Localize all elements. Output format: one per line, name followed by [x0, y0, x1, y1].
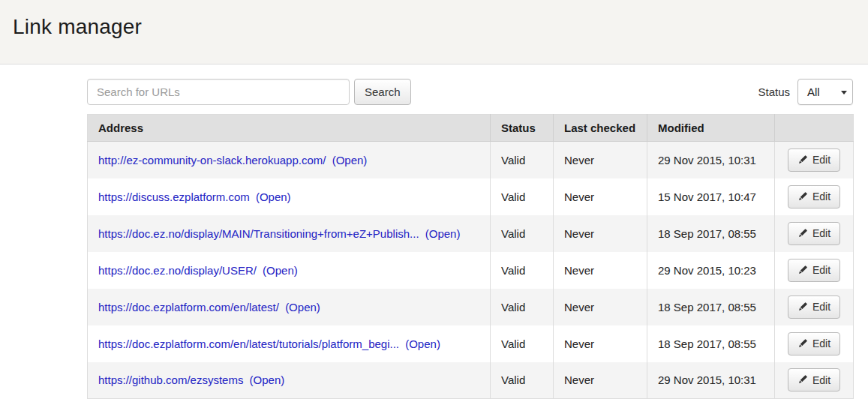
table-row: https://doc.ezplatform.com/en/latest/ (O…	[88, 289, 854, 326]
search-group: Search	[87, 79, 411, 105]
modified-cell: 29 Nov 2015, 10:31	[647, 142, 775, 178]
status-cell: Valid	[491, 142, 554, 178]
header-address: Address	[88, 115, 491, 142]
last-checked-cell: Never	[554, 215, 647, 252]
edit-cell: Edit	[775, 252, 854, 289]
url-link[interactable]: https://doc.ezplatform.com/en/latest/	[98, 301, 279, 314]
last-checked-cell: Never	[554, 326, 647, 362]
address-cell: http://ez-community-on-slack.herokuapp.c…	[88, 142, 491, 178]
edit-cell: Edit	[775, 142, 854, 178]
toolbar: Search Status All	[87, 79, 853, 105]
edit-cell: Edit	[775, 362, 854, 399]
last-checked-cell: Never	[554, 289, 647, 326]
modified-cell: 29 Nov 2015, 10:31	[647, 362, 775, 399]
open-link[interactable]: (Open)	[250, 374, 285, 386]
status-select-value: All	[807, 86, 820, 98]
url-link[interactable]: https://github.com/ezsystems	[98, 374, 243, 386]
url-link[interactable]: https://doc.ez.no/display/MAIN/Transitio…	[98, 227, 419, 240]
status-cell: Valid	[491, 289, 554, 326]
address-cell: https://doc.ezplatform.com/en/latest/tut…	[88, 326, 491, 362]
pencil-icon	[797, 266, 807, 275]
status-filter-label: Status	[758, 86, 790, 98]
edit-cell: Edit	[775, 289, 854, 326]
open-link[interactable]: (Open)	[263, 264, 298, 277]
header-last-checked: Last checked	[554, 115, 647, 142]
status-cell: Valid	[491, 252, 554, 289]
pencil-icon	[797, 375, 807, 385]
modified-cell: 18 Sep 2017, 08:55	[647, 215, 775, 252]
pencil-icon	[797, 155, 807, 165]
url-link[interactable]: http://ez-community-on-slack.herokuapp.c…	[98, 154, 326, 166]
modified-cell: 18 Sep 2017, 08:55	[647, 326, 775, 362]
modified-cell: 29 Nov 2015, 10:23	[647, 252, 775, 289]
edit-button-label: Edit	[812, 301, 830, 313]
edit-button[interactable]: Edit	[788, 259, 840, 282]
address-cell: https://github.com/ezsystems (Open)	[88, 362, 491, 399]
main-content: Search Status All Address Status Last ch…	[87, 79, 853, 399]
last-checked-cell: Never	[554, 142, 647, 178]
header-modified: Modified	[647, 115, 775, 142]
url-link[interactable]: https://doc.ezplatform.com/en/latest/tut…	[98, 338, 399, 350]
status-select[interactable]: All	[797, 79, 853, 105]
edit-button-label: Edit	[812, 338, 830, 350]
table-row: https://github.com/ezsystems (Open) Vali…	[88, 362, 854, 399]
header-status: Status	[491, 115, 554, 142]
status-cell: Valid	[491, 326, 554, 362]
status-cell: Valid	[491, 362, 554, 399]
open-link[interactable]: (Open)	[332, 154, 368, 166]
edit-button-label: Edit	[812, 190, 830, 202]
url-link[interactable]: https://discuss.ezplatform.com	[98, 190, 250, 203]
status-cell: Valid	[491, 215, 554, 252]
page-title: Link manager	[0, 0, 868, 39]
status-cell: Valid	[491, 178, 554, 215]
table-row: https://discuss.ezplatform.com (Open) Va…	[88, 178, 854, 215]
open-link[interactable]: (Open)	[256, 190, 291, 203]
edit-button[interactable]: Edit	[788, 148, 840, 172]
last-checked-cell: Never	[554, 178, 647, 215]
edit-cell: Edit	[775, 178, 854, 215]
page-header-band: Link manager	[0, 0, 868, 64]
table-row: https://doc.ez.no/display/USER/ (Open) V…	[88, 252, 854, 289]
edit-button-label: Edit	[812, 227, 830, 239]
url-table-body: http://ez-community-on-slack.herokuapp.c…	[88, 142, 854, 399]
open-link[interactable]: (Open)	[285, 301, 320, 314]
edit-button[interactable]: Edit	[788, 185, 840, 208]
last-checked-cell: Never	[554, 252, 647, 289]
status-filter-group: Status All	[758, 79, 853, 105]
edit-button[interactable]: Edit	[788, 368, 840, 392]
edit-cell: Edit	[775, 326, 854, 362]
table-row: https://doc.ez.no/display/MAIN/Transitio…	[88, 215, 854, 252]
address-cell: https://doc.ez.no/display/USER/ (Open)	[88, 252, 491, 289]
table-header-row: Address Status Last checked Modified	[88, 115, 854, 142]
edit-button[interactable]: Edit	[788, 222, 840, 245]
edit-button[interactable]: Edit	[788, 332, 840, 356]
search-input[interactable]	[87, 79, 350, 105]
address-cell: https://doc.ezplatform.com/en/latest/ (O…	[88, 289, 491, 326]
modified-cell: 15 Nov 2017, 10:47	[647, 178, 775, 215]
pencil-icon	[797, 302, 807, 312]
pencil-icon	[797, 339, 807, 349]
table-row: http://ez-community-on-slack.herokuapp.c…	[88, 142, 854, 178]
edit-button-label: Edit	[812, 264, 830, 276]
modified-cell: 18 Sep 2017, 08:55	[647, 289, 775, 326]
edit-button-label: Edit	[812, 154, 830, 166]
edit-cell: Edit	[775, 215, 854, 252]
url-link[interactable]: https://doc.ez.no/display/USER/	[98, 264, 257, 277]
search-button[interactable]: Search	[354, 79, 411, 105]
pencil-icon	[797, 229, 807, 238]
open-link[interactable]: (Open)	[425, 227, 461, 240]
address-cell: https://doc.ez.no/display/MAIN/Transitio…	[88, 215, 491, 252]
header-actions	[775, 115, 854, 142]
table-row: https://doc.ezplatform.com/en/latest/tut…	[88, 326, 854, 362]
address-cell: https://discuss.ezplatform.com (Open)	[88, 178, 491, 215]
pencil-icon	[797, 192, 807, 202]
url-table: Address Status Last checked Modified htt…	[87, 114, 854, 399]
chevron-down-icon	[841, 91, 847, 94]
edit-button-label: Edit	[812, 374, 830, 386]
last-checked-cell: Never	[554, 362, 647, 399]
edit-button[interactable]: Edit	[788, 296, 840, 319]
open-link[interactable]: (Open)	[405, 338, 440, 350]
